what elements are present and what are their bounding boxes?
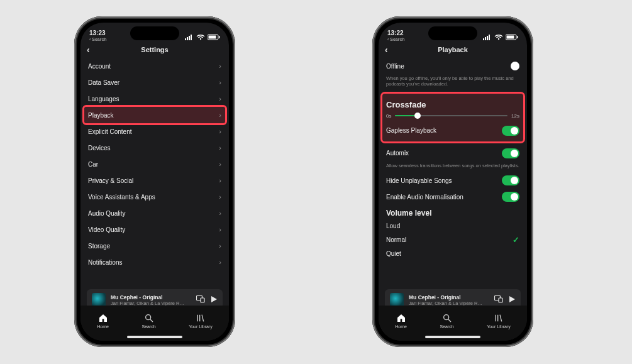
crossfade-min: 0s [386,113,391,119]
settings-list: Account› Data Saver› Languages› Playback… [80,58,229,270]
crossfade-slider[interactable] [395,115,507,116]
search-icon [144,313,154,323]
nav-header: ‹ Settings [80,41,229,58]
svg-point-25 [443,314,448,319]
hide-unplayable-label: Hide Unplayable Songs [386,177,452,184]
row-gapless: Gapless Playback [386,123,519,139]
screen-playback: 13:22 ‹ Search ‹ Playback Offline [379,23,527,341]
devices-icon[interactable] [494,295,503,304]
row-audio-quality[interactable]: Audio Quality› [88,205,221,221]
svg-rect-18 [489,35,490,40]
automix-toggle[interactable] [502,148,519,158]
row-video-quality[interactable]: Video Quality› [88,221,221,238]
home-indicator[interactable] [425,336,480,338]
status-back-hint: ‹ Search [89,37,107,41]
row-storage[interactable]: Storage› [88,238,221,254]
svg-rect-2 [189,36,190,40]
offline-toggle[interactable] [511,62,519,70]
svg-rect-7 [219,36,220,38]
gapless-toggle[interactable] [502,126,519,136]
row-devices[interactable]: Devices› [88,140,221,156]
status-time: 13:22 [387,30,405,36]
row-explicit-content[interactable]: Explicit Content› [88,123,221,140]
play-icon[interactable] [210,295,218,304]
playback-scroll[interactable]: Offline When you go offline, you'll only… [379,58,527,289]
tab-home[interactable]: Home [395,313,407,329]
volume-option-normal[interactable]: Normal✓ [386,233,519,246]
automix-desc: Allow seamless transitions between songs… [386,162,519,172]
status-back-hint: ‹ Search [387,37,405,41]
page-title: Settings [141,46,168,53]
settings-list-scroll[interactable]: Account› Data Saver› Languages› Playback… [80,58,229,289]
nav-header: ‹ Playback [379,41,527,58]
chevron-right-icon: › [219,62,221,70]
svg-rect-21 [507,36,514,39]
chevron-right-icon: › [219,193,221,201]
screen-settings: 13:23 ‹ Search ‹ Settings [80,23,229,341]
chevron-right-icon: › [219,242,221,250]
row-languages[interactable]: Languages› [88,91,221,107]
chevron-right-icon: › [219,128,221,135]
row-privacy-social[interactable]: Privacy & Social› [88,172,221,189]
row-playback[interactable]: Playback› [84,107,225,123]
row-offline: Offline [386,58,519,74]
normalisation-toggle[interactable] [502,192,519,202]
volume-option-loud[interactable]: Loud [386,219,519,233]
svg-line-14 [202,314,204,321]
svg-rect-0 [185,38,186,40]
svg-rect-15 [483,38,484,40]
row-account[interactable]: Account› [88,58,221,74]
svg-rect-3 [191,35,192,40]
tab-search[interactable]: Search [141,313,155,329]
np-title: Mu Cephei - Original [111,294,191,301]
svg-rect-17 [487,36,488,40]
wifi-icon [494,34,503,41]
crossfade-slider-row: 0s 12s [386,113,519,119]
row-car[interactable]: Car› [88,156,221,172]
album-art-icon [92,293,106,307]
chevron-right-icon: › [219,111,221,119]
crossfade-max: 12s [511,113,519,119]
search-icon [442,313,452,323]
svg-line-11 [150,319,153,322]
wifi-icon [196,34,205,41]
crossfade-highlight: Crossfade 0s 12s Gapless Playback [382,94,523,141]
chevron-right-icon: › [219,95,221,102]
tab-library[interactable]: Your Library [487,313,511,329]
back-button[interactable]: ‹ [87,45,90,55]
chevron-right-icon: › [219,144,221,152]
devices-icon[interactable] [196,295,205,304]
volume-option-quiet[interactable]: Quiet [386,246,519,260]
phone-mockup-right: 13:22 ‹ Search ‹ Playback Offline [372,16,533,347]
home-indicator[interactable] [127,336,182,338]
svg-rect-24 [499,298,502,302]
play-icon[interactable] [508,295,516,304]
row-automix: Automix [386,145,519,162]
offline-label: Offline [386,63,404,70]
svg-line-29 [500,314,502,321]
row-data-saver[interactable]: Data Saver› [88,74,221,91]
phone-mockup-left: 13:23 ‹ Search ‹ Settings [74,16,235,347]
tab-search[interactable]: Search [440,313,453,329]
back-button[interactable]: ‹ [385,45,388,55]
tab-home[interactable]: Home [97,313,109,329]
crossfade-knob[interactable] [414,113,421,119]
library-icon [494,313,504,323]
album-art-icon [390,293,404,307]
svg-rect-22 [517,36,518,38]
dynamic-island [130,26,179,40]
chevron-right-icon: › [219,209,221,217]
np-title: Mu Cephei - Original [409,294,489,301]
chevron-right-icon: › [219,226,221,233]
tab-library[interactable]: Your Library [189,313,213,329]
battery-icon [208,34,220,41]
row-normalisation: Enable Audio Normalisation [386,189,519,205]
svg-rect-9 [201,298,204,302]
hide-unplayable-toggle[interactable] [502,175,519,185]
row-notifications[interactable]: Notifications› [88,254,221,270]
normalisation-label: Enable Audio Normalisation [386,194,463,201]
gapless-label: Gapless Playback [386,127,436,134]
svg-point-4 [200,38,201,40]
tutorial-canvas: 13:23 ‹ Search ‹ Settings [0,0,632,364]
row-voice-assistants[interactable]: Voice Assistants & Apps› [88,189,221,205]
